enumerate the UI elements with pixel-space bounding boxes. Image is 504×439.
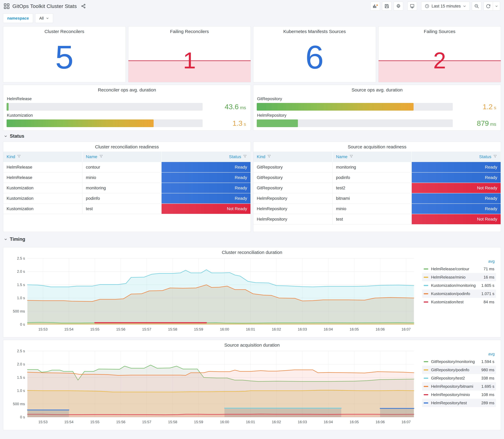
legend-item[interactable]: GitRepository/podinfo980 ms (422, 366, 496, 374)
namespace-variable-select[interactable]: All (35, 13, 53, 23)
legend-series-name[interactable]: HelmRepository/minio (431, 392, 481, 397)
filter-funnel-icon[interactable] (493, 154, 497, 159)
svg-text:15:58: 15:58 (168, 420, 177, 424)
stat-panel-title: Failing Sources (379, 26, 501, 35)
legend-avg-header[interactable]: avg (422, 259, 496, 265)
gauge-panel-row: Reconciler ops avg. durationHelmRelease4… (3, 85, 501, 131)
cell-kind: GitRepository (253, 172, 332, 183)
chart-title: Cluster reconciliation duration (3, 247, 501, 256)
svg-text:16:04: 16:04 (324, 420, 333, 424)
dashboard-page: GitOps Toolkit Cluster Stats (0, 0, 504, 433)
namespace-variable-label[interactable]: namespace (3, 13, 33, 23)
filter-funnel-icon[interactable] (17, 154, 21, 159)
chevron-down-icon (46, 17, 49, 20)
gauge-track (257, 120, 453, 127)
gauge-value: 879ms (458, 119, 496, 127)
series-color-dash (424, 402, 428, 403)
column-header-status[interactable]: Status (161, 152, 250, 162)
filter-funnel-icon[interactable] (267, 154, 271, 159)
legend-series-name[interactable]: Kustomization/monitoring (431, 283, 481, 288)
series-color-dash (424, 361, 428, 362)
legend-avg-header[interactable]: avg (422, 352, 496, 357)
legend-item[interactable]: HelmRepository/minio108 ms (422, 390, 496, 399)
refresh-interval-dropdown[interactable] (493, 2, 500, 11)
svg-text:16:07: 16:07 (402, 420, 411, 424)
legend-series-name[interactable]: HelmRelease/minio (431, 275, 483, 280)
cell-status: Not Ready (161, 204, 250, 214)
dashboard-settings-button[interactable] (394, 2, 403, 11)
cell-kind: GitRepository (253, 183, 332, 193)
legend-series-name[interactable]: GitRepository/podinfo (431, 367, 481, 372)
column-header-label: Kind (7, 154, 15, 159)
readiness-table: KindNameStatusHelmReleasecontourReadyHel… (3, 152, 251, 214)
series-color-dash (424, 386, 428, 387)
svg-text:16:05: 16:05 (350, 420, 359, 424)
cell-name: minio (332, 204, 412, 214)
legend-series-name[interactable]: GitRepository/test2 (431, 376, 481, 380)
status-table-panel-1: Source acquisition readinessKindNameStat… (253, 142, 501, 232)
cycle-view-mode-button[interactable] (407, 2, 417, 11)
svg-text:2.5 s: 2.5 s (17, 349, 25, 353)
column-header-name[interactable]: Name (332, 152, 412, 162)
chart-svg: 15:5315:5415:5515:5615:5715:5815:5916:00… (4, 256, 421, 332)
legend-series-name[interactable]: HelmRepository/test (431, 401, 481, 405)
refresh-group (483, 2, 500, 11)
legend-item[interactable]: HelmRepository/test289 ms (422, 399, 496, 407)
filter-funnel-icon[interactable] (349, 154, 353, 159)
cell-kind: Kustomization (3, 204, 82, 214)
timing-section-title: Timing (10, 236, 25, 242)
legend-series-name[interactable]: HelmRelease/contour (431, 267, 483, 271)
chart-plot-area[interactable]: 15:5315:5415:5515:5615:5715:5815:5916:00… (4, 256, 421, 337)
svg-text:1.0 s: 1.0 s (17, 296, 25, 300)
legend-item[interactable]: HelmRelease/minio16 ms (422, 273, 496, 281)
status-section-toggle[interactable]: Status (3, 131, 501, 142)
column-header-status[interactable]: Status (412, 152, 501, 162)
filter-funnel-icon[interactable] (99, 154, 103, 159)
gauge-line: 879ms (257, 119, 496, 127)
legend-item[interactable]: HelmRepository/bitnami1.695 s (422, 382, 496, 390)
status-badge: Not Ready (161, 204, 250, 214)
legend-item[interactable]: Kustomization/test84 ms (422, 298, 496, 306)
series-color-dash (424, 378, 428, 379)
filter-funnel-icon[interactable] (243, 154, 247, 159)
chart-plot-area[interactable]: 15:5315:5415:5515:5615:5715:5815:5916:00… (4, 349, 421, 430)
gauge-fill (257, 120, 298, 127)
variables-row: namespace All (3, 13, 501, 23)
table-row: HelmReleasecontourReady (3, 162, 250, 172)
series-area (27, 410, 69, 417)
refresh-button[interactable] (483, 2, 493, 11)
chart-legend: avgGitRepository/monitoring1.594 sGitRep… (421, 349, 500, 430)
legend-series-name[interactable]: HelmRepository/bitnami (431, 384, 481, 389)
save-dashboard-button[interactable] (382, 2, 392, 11)
toolbar: Last 15 minutes (370, 2, 500, 11)
cell-name: test2 (332, 183, 412, 193)
share-icon[interactable] (81, 3, 86, 9)
page-title: GitOps Toolkit Cluster Stats (12, 3, 77, 9)
legend-item[interactable]: GitRepository/test2338 ms (422, 374, 496, 382)
add-panel-button[interactable] (370, 2, 380, 11)
legend-series-name[interactable]: Kustomization/test (431, 300, 483, 305)
legend-item[interactable]: HelmRelease/contour71 ms (422, 265, 496, 273)
column-header-name[interactable]: Name (82, 152, 161, 162)
legend-series-avg: 16 ms (483, 275, 494, 280)
legend-series-name[interactable]: GitRepository/monitoring (431, 359, 481, 364)
status-badge: Ready (412, 204, 501, 214)
cell-kind: HelmRepository (253, 193, 332, 204)
gauge-value-number: 1.2 (483, 103, 493, 111)
svg-text:16:05: 16:05 (350, 327, 359, 331)
legend-item[interactable]: Kustomization/podinfo1.071 s (422, 290, 496, 298)
timing-section-toggle[interactable]: Timing (3, 234, 501, 245)
svg-text:500 ms: 500 ms (13, 309, 25, 313)
cell-name: bitnami (332, 193, 412, 204)
zoom-out-button[interactable] (472, 2, 481, 11)
dashboards-grid-icon[interactable] (4, 3, 9, 9)
time-range-picker[interactable]: Last 15 minutes (421, 2, 470, 11)
legend-item[interactable]: GitRepository/monitoring1.594 s (422, 357, 496, 366)
svg-text:15:55: 15:55 (90, 327, 99, 331)
legend-series-name[interactable]: Kustomization/podinfo (431, 291, 481, 296)
legend-item[interactable]: Kustomization/monitoring1.605 s (422, 281, 496, 290)
table-row: HelmRepositorytestNot Ready (253, 214, 501, 224)
column-header-kind[interactable]: Kind (253, 152, 332, 162)
column-header-kind[interactable]: Kind (3, 152, 82, 162)
gauge-fill (7, 103, 9, 110)
